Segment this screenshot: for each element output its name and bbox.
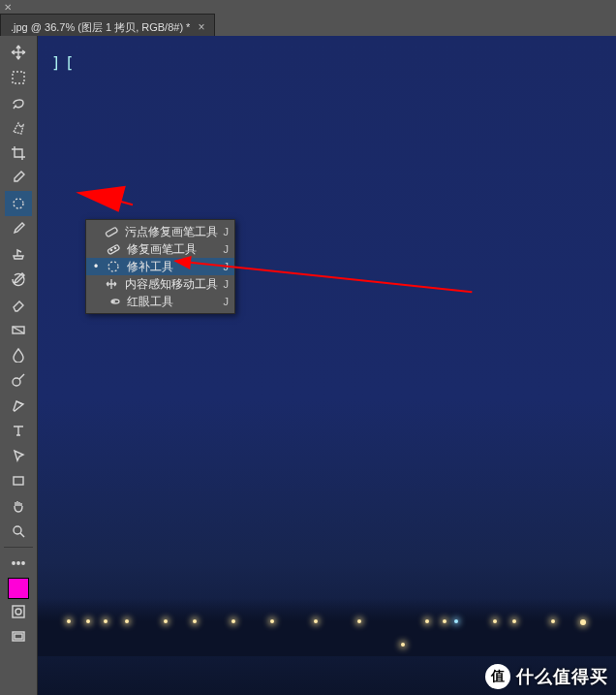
lasso-tool[interactable] [5,90,32,115]
svg-rect-14 [108,244,120,254]
svg-point-10 [15,609,21,615]
close-icon[interactable]: × [198,21,204,33]
history-brush-tool[interactable] [5,267,32,292]
document-tab[interactable]: .jpg @ 36.7% (图层 1 拷贝, RGB/8#) * × [0,14,215,36]
move-arrows-icon [105,276,118,292]
svg-rect-9 [13,606,24,617]
svg-point-15 [110,249,111,250]
edit-toolbar-icon[interactable] [5,551,32,576]
image-sky [38,36,616,695]
healing-tool-flyout: 污点修复画笔工具 J 修复画笔工具 J • 修补工具 J 内容感知移动工具 J … [85,219,235,314]
svg-point-1 [14,199,23,208]
healing-brush-tool[interactable] [5,191,32,216]
healing-brush-tool-item[interactable]: 修复画笔工具 J [86,240,234,258]
crop-tool[interactable] [5,141,32,166]
gradient-tool[interactable] [5,317,32,342]
svg-rect-12 [15,634,22,639]
svg-rect-13 [106,227,118,237]
eyedropper-tool[interactable] [5,166,32,191]
spot-healing-brush-tool[interactable]: 污点修复画笔工具 J [86,223,234,240]
svg-point-8 [22,562,24,564]
tools-panel [0,36,38,695]
watermark-badge: 值 [485,664,510,689]
svg-point-16 [114,247,115,248]
image-citylights [38,619,616,648]
eye-icon [106,294,121,309]
svg-point-7 [17,562,19,564]
svg-rect-0 [13,72,24,83]
document-tabbar: .jpg @ 36.7% (图层 1 拷贝, RGB/8#) * × [0,0,616,36]
quick-select-tool[interactable] [5,115,32,141]
hand-tool[interactable] [5,493,32,519]
svg-point-6 [13,562,15,564]
path-select-tool[interactable] [5,443,32,468]
content-aware-move-tool[interactable]: 内容感知移动工具 J [86,275,234,293]
svg-rect-4 [14,477,23,485]
toolbar-separator [4,547,33,548]
tabbar-close-icon[interactable]: ✕ [4,2,12,13]
bandage-icon [106,241,121,257]
foreground-color-swatch[interactable] [8,578,29,599]
pen-tool[interactable] [5,393,32,418]
canvas-marker: ][ [51,53,77,72]
screenmode-tool[interactable] [5,624,32,649]
brush-tool[interactable] [5,216,32,241]
watermark: 值 什么值得买 [485,664,608,689]
eraser-tool[interactable] [5,292,32,317]
move-tool[interactable] [5,40,32,65]
rectangle-shape-tool[interactable] [5,468,32,493]
red-eye-tool[interactable]: 红眼工具 J [86,293,234,310]
quickmask-tool[interactable] [5,599,32,624]
svg-point-17 [108,262,118,271]
selected-dot-icon: • [92,260,100,273]
rect-marquee-tool[interactable] [5,65,32,90]
svg-point-5 [14,526,21,534]
blur-tool[interactable] [5,342,32,367]
dodge-tool[interactable] [5,367,32,393]
zoom-tool[interactable] [5,519,32,544]
document-tab-title: .jpg @ 36.7% (图层 1 拷贝, RGB/8#) * [11,20,190,35]
svg-point-3 [13,378,20,386]
document-canvas[interactable]: ][ 污点修复画笔工具 J 修复画笔工具 J • 修补工具 J [38,36,616,695]
watermark-text: 什么值得买 [516,665,608,688]
clone-stamp-tool[interactable] [5,241,32,267]
type-tool[interactable] [5,418,32,443]
patch-icon [106,259,121,274]
bandage-icon [105,224,118,239]
patch-tool[interactable]: • 修补工具 J [86,258,234,275]
